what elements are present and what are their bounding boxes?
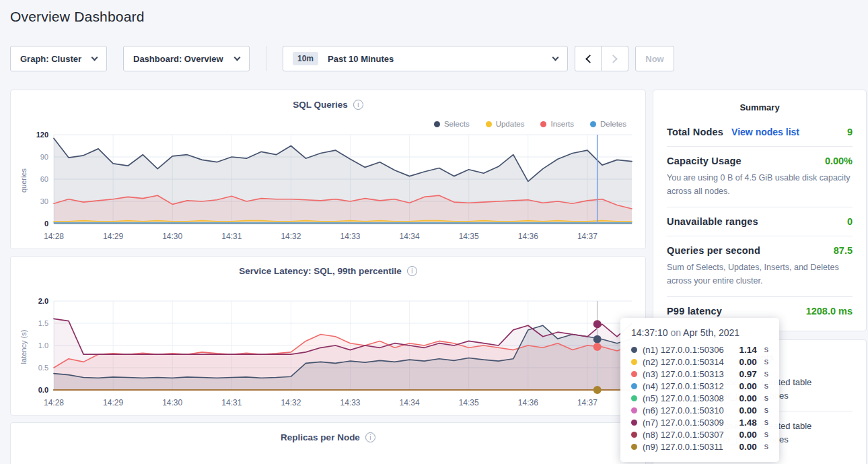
legend-label: Selects (444, 120, 470, 128)
summary-value: 0.00% (825, 156, 853, 166)
now-button[interactable]: Now (635, 46, 674, 71)
node-address: (n4) 127.0.0.1:50312 (643, 381, 724, 391)
hover-tooltip: 14:37:10 on Apr 5th, 2021 (n1) 127.0.0.1… (620, 318, 779, 462)
tooltip-row: (n1) 127.0.0.1:503061.14s (631, 343, 768, 356)
node-latency-unit: s (764, 430, 768, 439)
summary-title: Summary (667, 102, 853, 112)
node-latency-value: 0.00 (739, 357, 756, 367)
info-icon[interactable]: i (365, 432, 375, 442)
svg-text:14:32: 14:32 (281, 232, 301, 241)
next-time-button[interactable] (602, 46, 628, 71)
svg-text:14:33: 14:33 (340, 398, 360, 407)
sql-queries-chart[interactable]: 14:2814:2914:3014:3114:3214:3314:3414:35… (16, 128, 639, 244)
tooltip-rows: (n1) 127.0.0.1:503061.14s(n2) 127.0.0.1:… (631, 343, 768, 453)
chart-legend: SelectsUpdatesInsertsDeletes (434, 120, 626, 128)
time-step-buttons (575, 46, 628, 71)
node-latency-unit: s (764, 345, 768, 354)
graph-dropdown[interactable]: Graph: Cluster (10, 46, 107, 71)
summary-row: Queries per second87.5Sum of Selects, Up… (667, 236, 853, 296)
svg-text:14:32: 14:32 (281, 398, 301, 407)
summary-label: Total Nodes (667, 127, 723, 137)
svg-text:14:35: 14:35 (459, 398, 479, 407)
summary-row: Total NodesView nodes list9 (667, 118, 853, 146)
legend-dot-icon (540, 121, 546, 127)
summary-label: Unavailable ranges (667, 216, 758, 227)
info-icon[interactable]: i (407, 266, 417, 276)
node-color-dot-icon (631, 444, 637, 450)
node-address: (n2) 127.0.0.1:50314 (643, 357, 724, 367)
chart-title-row: Replicas per Node i (11, 423, 645, 442)
tooltip-row: (n4) 127.0.0.1:503120.00s (631, 380, 768, 392)
prev-time-button[interactable] (575, 46, 602, 71)
svg-text:1.0: 1.0 (38, 341, 48, 350)
node-address: (n5) 127.0.0.1:50308 (643, 393, 724, 403)
summary-value: 0 (847, 216, 853, 227)
tooltip-row: (n9) 127.0.0.1:503110.00s (631, 440, 768, 453)
svg-text:14:34: 14:34 (400, 398, 420, 407)
summary-description: Sum of Selects, Updates, Inserts, and De… (667, 261, 853, 288)
legend-item[interactable]: Deletes (590, 120, 626, 128)
chart-title: Service Latency: SQL, 99th percentile (239, 266, 402, 276)
summary-value: 9 (847, 127, 853, 137)
svg-text:14:28: 14:28 (44, 232, 64, 241)
svg-text:30: 30 (40, 197, 48, 205)
summary-row-head: Capacity Usage0.00% (667, 156, 853, 166)
dashboard-dropdown[interactable]: Dashboard: Overview (123, 46, 250, 71)
controls-bar: Graph: Cluster Dashboard: Overview 10m P… (10, 46, 674, 71)
node-latency-value: 0.00 (739, 442, 756, 452)
page-title: Overview Dashboard (10, 9, 145, 25)
svg-text:14:33: 14:33 (340, 232, 360, 241)
summary-label: P99 latency (667, 306, 722, 317)
summary-panel: Summary Total NodesView nodes list9Capac… (653, 90, 867, 331)
charts-column: SQL Queries i SelectsUpdatesInsertsDelet… (10, 90, 646, 464)
summary-rows: Total NodesView nodes list9Capacity Usag… (667, 118, 853, 325)
tooltip-row: (n3) 127.0.0.1:503130.97s (631, 368, 768, 380)
legend-dot-icon (590, 121, 596, 127)
legend-item[interactable]: Updates (486, 120, 525, 128)
node-latency-value: 1.48 (739, 418, 756, 428)
chevron-down-icon (552, 55, 559, 61)
info-icon[interactable]: i (353, 100, 363, 110)
node-color-dot-icon (631, 347, 637, 353)
summary-row-head: Queries per second87.5 (667, 245, 853, 256)
node-latency-unit: s (764, 442, 768, 451)
chevron-right-icon (609, 55, 618, 63)
svg-text:14:30: 14:30 (162, 398, 182, 407)
chart-title: Replicas per Node (281, 432, 360, 442)
node-latency-unit: s (764, 405, 768, 415)
node-latency-unit: s (764, 393, 768, 403)
chevron-left-icon (585, 55, 594, 63)
time-range-label: Past 10 Minutes (328, 54, 394, 64)
svg-text:2.0: 2.0 (38, 297, 48, 305)
node-latency-unit: s (764, 418, 768, 427)
svg-text:60: 60 (40, 175, 48, 183)
node-color-dot-icon (631, 359, 637, 365)
legend-item[interactable]: Inserts (540, 120, 574, 128)
view-nodes-link[interactable]: View nodes list (731, 127, 799, 137)
svg-text:14:34: 14:34 (400, 232, 420, 241)
svg-text:90: 90 (40, 153, 48, 161)
tooltip-on-word: on (670, 327, 681, 338)
node-latency-value: 1.14 (739, 345, 756, 355)
svg-text:14:30: 14:30 (162, 232, 182, 241)
node-address: (n3) 127.0.0.1:50313 (643, 369, 724, 379)
summary-row-head: Total NodesView nodes list9 (667, 127, 853, 137)
summary-label: Queries per second (667, 245, 760, 256)
node-color-dot-icon (631, 371, 637, 377)
node-color-dot-icon (631, 407, 637, 413)
legend-item[interactable]: Selects (434, 120, 470, 128)
chart-title-row: Service Latency: SQL, 99th percentile i (11, 257, 645, 276)
node-latency-value: 0.97 (739, 369, 756, 379)
legend-label: Inserts (550, 120, 574, 128)
svg-text:14:31: 14:31 (221, 398, 242, 407)
sql-queries-card: SQL Queries i SelectsUpdatesInsertsDelet… (10, 90, 646, 249)
svg-text:14:37: 14:37 (577, 232, 598, 241)
node-latency-unit: s (764, 369, 768, 378)
summary-description: You are using 0 B of 4.5 GiB usable disk… (667, 171, 853, 198)
legend-label: Deletes (600, 120, 626, 128)
node-color-dot-icon (631, 395, 637, 401)
time-range-dropdown[interactable]: 10m Past 10 Minutes (283, 46, 568, 71)
tooltip-row: (n8) 127.0.0.1:503070.00s (631, 428, 768, 440)
service-latency-chart[interactable]: 14:2814:2914:3014:3114:3214:3314:3414:35… (16, 294, 639, 410)
tooltip-row: (n2) 127.0.0.1:503140.00s (631, 356, 768, 368)
